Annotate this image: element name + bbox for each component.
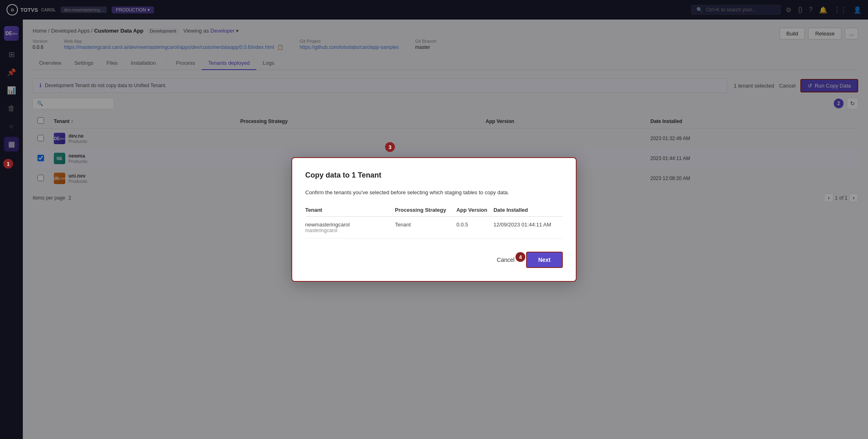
modal-overlay: 3 4 Copy data to 1 Tenant Confirm the te… (0, 0, 868, 210)
copy-data-dialog: Copy data to 1 Tenant Confirm the tenant… (291, 157, 577, 210)
dialog-col-tenant: Tenant (305, 204, 395, 210)
dialog-col-version: App Version (456, 204, 493, 210)
annotation-1: 1 (3, 159, 13, 169)
annotation-3: 3 (385, 142, 395, 152)
dialog-table: Tenant Processing Strategy App Version D… (305, 204, 563, 210)
dialog-header-row: Tenant Processing Strategy App Version D… (305, 204, 563, 210)
dialog-title: Copy data to 1 Tenant (305, 171, 563, 180)
dialog-col-strategy: Processing Strategy (395, 204, 456, 210)
dialog-col-installed: Date Installed (493, 204, 563, 210)
dialog-description: Confirm the tenants you've selected befo… (305, 189, 563, 195)
